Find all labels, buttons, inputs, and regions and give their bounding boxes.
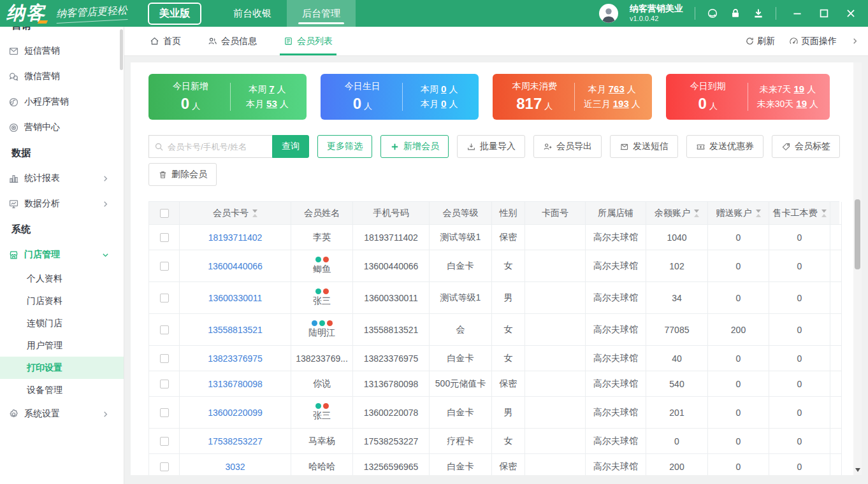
row-checkbox[interactable] xyxy=(160,262,169,271)
sort-icon[interactable] xyxy=(694,210,699,217)
member-card-no-link[interactable]: 17538253227 xyxy=(208,436,263,446)
nav-tab-backend-manage[interactable]: 后台管理 xyxy=(287,0,356,27)
stat-value-link[interactable]: 763 xyxy=(609,83,625,94)
row-checkbox[interactable] xyxy=(160,233,169,242)
table-row: 18193711402李英18193711402测试等级1保密高尔夫球馆1040… xyxy=(149,225,839,250)
sort-icon[interactable] xyxy=(756,210,761,217)
stat-value-link[interactable]: 7 xyxy=(269,83,274,94)
member-tag-button[interactable]: 会员标签 xyxy=(772,135,840,158)
sort-icon[interactable] xyxy=(821,210,827,217)
scrollbar-down-arrow[interactable] xyxy=(855,468,860,472)
edition-button[interactable]: 美业版 xyxy=(148,3,201,25)
stat-value-link[interactable]: 193 xyxy=(613,98,629,109)
page-operations-button[interactable]: 页面操作 xyxy=(789,36,837,47)
stat-value-link[interactable]: 19 xyxy=(793,83,804,94)
balance-account-cell: 200 xyxy=(646,454,708,475)
minimize-button[interactable] xyxy=(792,8,803,19)
member-export-button[interactable]: 会员导出 xyxy=(533,135,602,158)
refresh-button[interactable]: 刷新 xyxy=(745,36,775,47)
stat-value-link[interactable]: 19 xyxy=(796,98,807,109)
table-scrollbar[interactable] xyxy=(853,62,862,475)
sidebar-subitem-user-management[interactable]: 用户管理 xyxy=(0,334,124,357)
nav-tab-front-cashier[interactable]: 前台收银 xyxy=(218,0,287,27)
member-card-no-link[interactable]: 13600330011 xyxy=(208,293,263,303)
member-card-no-link[interactable]: 13600220099 xyxy=(208,408,263,418)
sidebar-item-marketing-center[interactable]: 营销中心 xyxy=(0,115,124,140)
more-filter-button[interactable]: 更多筛选 xyxy=(317,135,372,158)
list-icon xyxy=(284,36,293,46)
send-coupon-button[interactable]: 发送优惠券 xyxy=(686,135,763,158)
member-card-no-link[interactable]: 3032 xyxy=(225,462,245,472)
member-card-no-link[interactable]: 13558813521 xyxy=(208,325,263,335)
stat-value-link[interactable]: 53 xyxy=(266,98,277,109)
close-button[interactable] xyxy=(845,8,857,19)
row-checkbox[interactable] xyxy=(160,408,169,417)
row-checkbox[interactable] xyxy=(160,325,169,334)
tab-member-info[interactable]: 会员信息 xyxy=(204,27,261,55)
member-card-no-link[interactable]: 18193711402 xyxy=(208,232,263,243)
sidebar-scrollbar-thumb[interactable] xyxy=(120,29,123,70)
sidebar-item-sms-marketing[interactable]: 短信营销 xyxy=(0,38,124,64)
add-member-button[interactable]: 新增会员 xyxy=(380,135,449,158)
member-card-no-link[interactable]: 13136780098 xyxy=(208,379,263,389)
sidebar-item-store-management[interactable]: 门店管理 xyxy=(0,242,124,267)
sidebar-item-data-analysis[interactable]: 数据分析 xyxy=(0,191,124,217)
sidebar-item-system-settings[interactable]: 系统设置 xyxy=(0,401,124,427)
table-scrollbar-thumb[interactable] xyxy=(855,199,860,269)
customer-service-icon[interactable] xyxy=(707,8,718,19)
avatar[interactable] xyxy=(599,4,618,23)
row-checkbox[interactable] xyxy=(160,294,169,302)
member-card-no-cell: 13558813521 xyxy=(180,314,291,346)
row-checkbox[interactable] xyxy=(160,462,169,471)
stat-card-title: 今日新增 xyxy=(160,81,221,92)
sidebar-subitem-chain-stores[interactable]: 连锁门店 xyxy=(0,312,124,334)
sort-icon[interactable] xyxy=(252,210,257,217)
sidebar-subitem-personal-profile[interactable]: 个人资料 xyxy=(0,267,124,290)
balance-account-cell: 102 xyxy=(646,250,708,282)
tag-dot-teal xyxy=(315,288,321,294)
row-checkbox[interactable] xyxy=(160,380,169,388)
spare-cell xyxy=(830,454,842,475)
sidebar-subitem-print-settings[interactable]: 打印设置 xyxy=(0,357,124,379)
sidebar-subitem-store-profile[interactable]: 门店资料 xyxy=(0,290,124,312)
sidebar-item-miniprogram-marketing[interactable]: 小程序营销 xyxy=(0,89,124,115)
header-gift-account-cell: 赠送账户 xyxy=(708,202,769,225)
member-card-no-link[interactable]: 13823376975 xyxy=(208,353,263,364)
member-level-cell: 白金卡 xyxy=(430,397,492,429)
member-card-no-link[interactable]: 13600440066 xyxy=(208,261,263,271)
select-all-checkbox[interactable] xyxy=(160,209,169,218)
stat-value-link[interactable]: 0 xyxy=(441,83,446,94)
chevron-right-icon[interactable] xyxy=(851,37,859,45)
download-icon[interactable] xyxy=(753,8,764,19)
lock-icon[interactable] xyxy=(730,8,741,19)
header-member-level-cell: 会员等级 xyxy=(430,202,492,225)
tab-member-list[interactable]: 会员列表 xyxy=(280,27,336,55)
row-checkbox[interactable] xyxy=(160,437,169,446)
table-row: 13600330011张三13600330011测试等级1男高尔夫球馆3400 xyxy=(149,282,839,314)
member-tag-dots xyxy=(315,288,329,294)
delete-member-button[interactable]: 删除会员 xyxy=(148,163,217,186)
tab-home[interactable]: 首页 xyxy=(146,27,185,55)
batch-import-button[interactable]: 批量导入 xyxy=(457,135,525,158)
tag-icon xyxy=(781,142,791,152)
search-input[interactable] xyxy=(168,142,267,152)
search-button[interactable]: 查询 xyxy=(272,135,309,158)
card-face-no-cell xyxy=(525,454,586,475)
sidebar-item-stats-report[interactable]: 统计报表 xyxy=(0,166,124,191)
member-level-cell: 测试等级1 xyxy=(430,282,492,314)
sidebar-subitem-device-management[interactable]: 设备管理 xyxy=(0,379,124,401)
stat-row: 本月53人 xyxy=(246,98,289,110)
stat-label: 未来7天 xyxy=(760,84,792,94)
sidebar-item-wechat-marketing[interactable]: 微信营销 xyxy=(0,64,124,89)
stat-value-link[interactable]: 0 xyxy=(441,98,446,109)
member-name: 张三 xyxy=(313,410,331,422)
spare-cell xyxy=(830,429,842,454)
page-operations-label: 页面操作 xyxy=(801,36,837,47)
gender-cell: 保密 xyxy=(492,454,525,475)
row-checkbox[interactable] xyxy=(160,354,169,363)
maximize-button[interactable] xyxy=(818,8,830,19)
send-sms-button[interactable]: 发送短信 xyxy=(610,135,678,158)
stat-label: 本月 xyxy=(421,99,438,109)
stat-row: 近三月193人 xyxy=(584,98,640,110)
account-info: 纳客营销美业 v1.0.0.42 xyxy=(630,3,683,23)
